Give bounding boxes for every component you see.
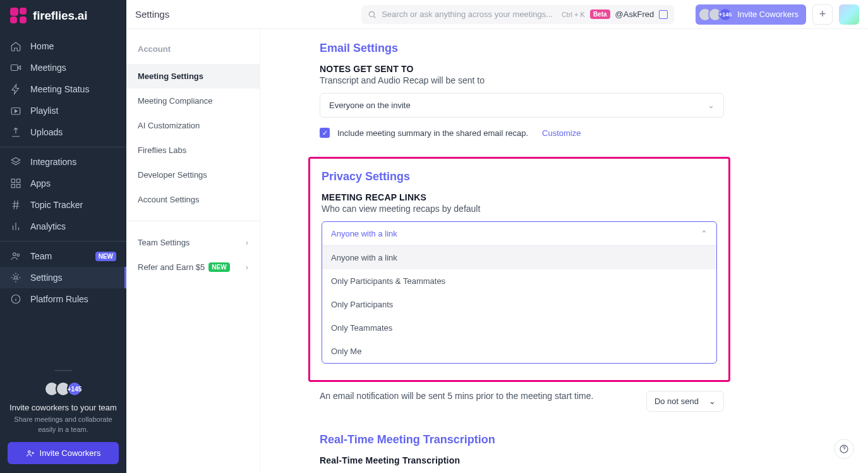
nav-integrations[interactable]: Integrations	[0, 151, 126, 173]
nav-label: Meeting Status	[30, 84, 116, 94]
include-summary-checkbox[interactable]: ✓	[320, 128, 330, 138]
home-icon	[10, 40, 21, 52]
notes-recipient-value: Everyone on the invite	[329, 101, 411, 110]
recap-visibility-select[interactable]: Anyone with a link ⌃ Anyone with a link …	[322, 221, 717, 364]
nav-topic-tracker[interactable]: Topic Tracker	[0, 194, 126, 216]
subnav-meeting-compliance[interactable]: Meeting Compliance	[126, 89, 260, 113]
option-only-me[interactable]: Only Me	[322, 340, 716, 363]
invite-subtitle: Share meetings and collaborate easily in…	[8, 415, 119, 434]
hash-icon	[10, 199, 21, 211]
profile-avatar[interactable]	[839, 4, 859, 25]
nav-label: Team	[30, 251, 87, 261]
nav-team[interactable]: Team NEW	[0, 245, 126, 267]
askfred-label: @AskFred	[615, 9, 654, 19]
option-teammates[interactable]: Only Teammates	[322, 316, 716, 340]
notes-sent-to-title: NOTES GET SENT TO	[320, 64, 847, 74]
add-button[interactable]: +	[812, 4, 833, 25]
info-icon	[10, 293, 21, 305]
topbar-invite-label: Invite Coworkers	[737, 9, 799, 19]
page-title: Settings	[135, 9, 169, 20]
svg-point-8	[15, 276, 18, 280]
subnav-fireflies-labs[interactable]: Fireflies Labs	[126, 138, 260, 163]
notify-select[interactable]: Do not send ⌄	[646, 391, 724, 412]
nav-playlist[interactable]: Playlist	[0, 100, 126, 121]
svg-rect-0	[11, 65, 18, 71]
invite-title: Invite coworkers to your team	[8, 403, 119, 412]
nav-label: Home	[30, 41, 116, 51]
new-badge: NEW	[95, 252, 116, 261]
chevron-down-icon: ⌄	[708, 101, 714, 110]
chart-icon	[10, 221, 21, 232]
nav-label: Integrations	[30, 157, 116, 167]
svg-rect-4	[11, 185, 15, 188]
video-icon	[10, 62, 21, 73]
layers-icon	[10, 156, 21, 168]
subnav-account-settings[interactable]: Account Settings	[126, 187, 260, 212]
nav-apps[interactable]: Apps	[0, 173, 126, 194]
bolt-icon	[10, 83, 21, 95]
settings-content: Email Settings NOTES GET SENT TO Transcr…	[260, 29, 868, 473]
nav-analytics[interactable]: Analytics	[0, 216, 126, 237]
nav-meetings[interactable]: Meetings	[0, 57, 126, 78]
svg-rect-2	[11, 179, 15, 182]
nav-settings[interactable]: Settings	[0, 267, 126, 288]
nav-platform-rules[interactable]: Platform Rules	[0, 288, 126, 310]
subnav-developer-settings[interactable]: Developer Settings	[126, 163, 260, 187]
new-badge: NEW	[208, 262, 229, 272]
settings-subnav: Account Meeting Settings Meeting Complia…	[126, 29, 260, 473]
recap-visibility-value: Anyone with a link	[331, 229, 397, 238]
beta-badge: Beta	[590, 9, 610, 19]
transcription-heading: Real-Time Meeting Transcription	[320, 433, 847, 446]
topbar: Settings Search or ask anything across y…	[126, 0, 868, 29]
primary-nav: Home Meetings Meeting Status Playlist Up…	[0, 35, 126, 143]
email-settings-heading: Email Settings	[320, 42, 847, 55]
notes-sent-to-desc: Transcript and Audio Recap will be sent …	[320, 75, 847, 85]
option-participants-teammates[interactable]: Only Participants & Teammates	[322, 269, 716, 293]
nav-meeting-status[interactable]: Meeting Status	[0, 78, 126, 100]
option-anyone-link[interactable]: Anyone with a link	[322, 246, 716, 269]
sidebar-invite-panel: +145 Invite coworkers to your team Share…	[0, 364, 126, 473]
chevron-right-icon: ›	[246, 262, 248, 272]
privacy-settings-highlight: Privacy Settings MEETING RECAP LINKS Who…	[308, 157, 730, 382]
option-participants[interactable]: Only Participants	[322, 293, 716, 316]
nav-label: Playlist	[30, 106, 116, 116]
recap-links-desc: Who can view meeting recaps by default	[322, 204, 717, 214]
nav-home[interactable]: Home	[0, 35, 126, 57]
topbar-invite-button[interactable]: +145 Invite Coworkers	[696, 4, 806, 25]
global-search[interactable]: Search or ask anything across your meeti…	[361, 5, 674, 24]
notes-recipient-select[interactable]: Everyone on the invite ⌄	[320, 93, 724, 118]
nav-label: Platform Rules	[30, 294, 116, 304]
grid-icon	[10, 178, 21, 189]
subnav-meeting-settings[interactable]: Meeting Settings	[126, 64, 260, 89]
nav-label: Meetings	[30, 63, 116, 73]
svg-point-6	[13, 253, 16, 256]
subnav-heading: Account	[126, 40, 260, 64]
subnav-team-settings[interactable]: Team Settings ›	[126, 230, 260, 255]
secondary-nav: Integrations Apps Topic Tracker Analytic…	[0, 151, 126, 237]
nav-label: Analytics	[30, 221, 116, 231]
invite-coworkers-button[interactable]: Invite Coworkers	[8, 442, 119, 464]
brand-logo[interactable]: fireflies.ai	[0, 0, 126, 35]
help-button[interactable]	[834, 439, 854, 459]
customize-link[interactable]: Customize	[542, 128, 581, 138]
nav-uploads[interactable]: Uploads	[0, 121, 126, 143]
help-icon	[839, 444, 849, 454]
avatar-count-badge: +145	[67, 381, 82, 396]
svg-point-7	[17, 254, 20, 257]
tertiary-nav: Team NEW Settings Platform Rules	[0, 245, 126, 310]
subnav-ai-customization[interactable]: AI Customization	[126, 113, 260, 138]
recap-visibility-options: Anyone with a link Only Participants & T…	[322, 246, 716, 363]
svg-point-11	[370, 11, 375, 16]
playlist-icon	[10, 105, 21, 116]
nav-label: Settings	[30, 273, 116, 283]
nav-label: Topic Tracker	[30, 200, 116, 210]
square-icon	[659, 10, 668, 19]
notify-desc: An email notification will be sent 5 min…	[320, 391, 631, 401]
nav-label: Apps	[30, 178, 116, 188]
include-summary-label: Include meeting summary in the shared em…	[337, 128, 528, 138]
team-icon	[10, 250, 21, 262]
invite-button-label: Invite Coworkers	[40, 448, 101, 458]
chevron-down-icon: ⌄	[709, 396, 716, 406]
subnav-refer-earn[interactable]: Refer and Earn $5 NEW ›	[126, 255, 260, 280]
privacy-settings-heading: Privacy Settings	[322, 170, 717, 183]
